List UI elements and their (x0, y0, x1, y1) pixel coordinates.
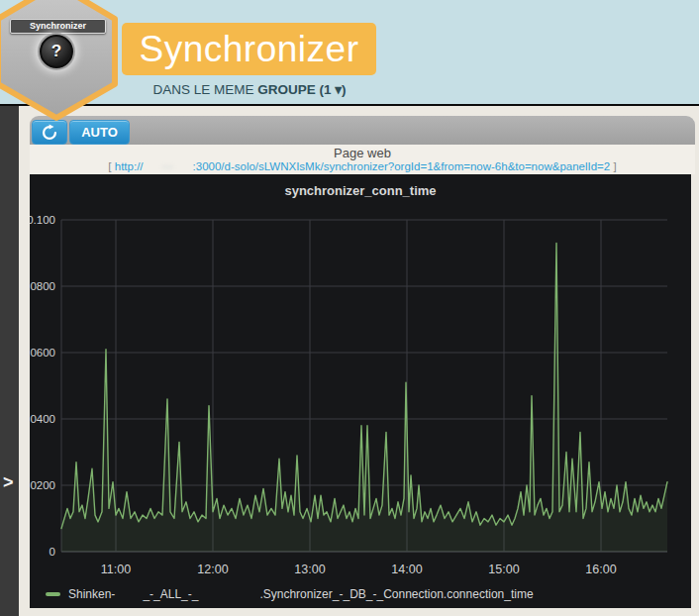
page-web-url-row: [ http://···:3000/d-solo/sLWNXIsMk/synch… (30, 160, 695, 173)
url-path: :3000/d-solo/sLWNXIsMk/synchronizer?orgI… (193, 160, 611, 172)
subtitle-prefix: DANS LE MEME (152, 82, 253, 97)
url-bracket-close: ] (613, 160, 616, 172)
svg-text:15:00: 15:00 (488, 563, 519, 576)
refresh-icon (41, 124, 58, 142)
svg-text:11:00: 11:00 (101, 563, 131, 576)
group-dropdown[interactable]: GROUPE (1 ▾) (257, 82, 346, 97)
svg-text:12:00: 12:00 (197, 563, 228, 576)
legend-text-part: Shinken- (68, 587, 115, 601)
url-protocol: http:// (115, 160, 144, 172)
app-window: Synchronizer ? Synchronizer DANS LE MEME… (0, 0, 699, 616)
svg-text:0: 0 (50, 546, 55, 558)
grafana-panel: synchronizer_conn_time 0.1000.08000.0600… (30, 174, 691, 608)
legend-text-part: _-_ALL_-_ (143, 587, 198, 601)
url-host-redacted: ··· (144, 160, 193, 173)
question-mark-icon: ? (40, 35, 73, 68)
left-sidebar: > (0, 106, 19, 616)
badge-label: Synchronizer (10, 19, 106, 34)
panel-toolbar: AUTO (30, 116, 695, 145)
svg-text:16:00: 16:00 (585, 563, 616, 576)
dashboard-url-link[interactable]: http://···:3000/d-solo/sLWNXIsMk/synchro… (115, 160, 610, 172)
page-web-title: Page web (30, 146, 695, 160)
svg-text:13:00: 13:00 (294, 563, 325, 576)
legend-item[interactable]: Shinken- _-_ALL_-_ .Synchronizer_-_DB_-_… (46, 587, 534, 601)
page-web-strip: Page web [ http://···:3000/d-solo/sLWNXI… (30, 145, 695, 174)
svg-text:0.0400: 0.0400 (30, 413, 55, 425)
url-bracket-open: [ (108, 160, 111, 172)
svg-text:14:00: 14:00 (391, 563, 422, 576)
legend-series-swatch (46, 592, 60, 596)
sidebar-expand-chevron-icon[interactable]: > (3, 473, 14, 491)
legend-text-part: .Synchronizer_-_DB_-_Connection.connecti… (259, 587, 533, 601)
timeseries-plot[interactable]: 0.1000.08000.06000.04000.0200011:0012:00… (30, 174, 691, 608)
svg-text:0.0600: 0.0600 (30, 347, 55, 359)
auto-refresh-button[interactable]: AUTO (69, 120, 130, 145)
same-group-row: DANS LE MEME GROUPE (1 ▾) (122, 81, 377, 97)
svg-text:0.0800: 0.0800 (30, 280, 55, 292)
refresh-button[interactable] (32, 120, 67, 145)
synchronizer-hexagon-badge[interactable]: Synchronizer ? (0, 0, 120, 122)
page-title: Synchronizer (122, 23, 376, 75)
svg-text:0.100: 0.100 (30, 214, 55, 226)
svg-text:0.0200: 0.0200 (30, 479, 55, 491)
